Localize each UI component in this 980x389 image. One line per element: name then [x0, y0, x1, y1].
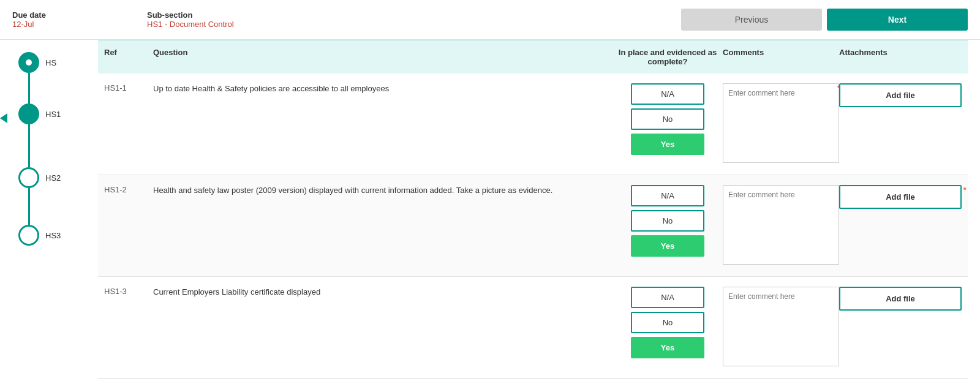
answer-btn-yes-2[interactable]: Yes [631, 337, 704, 358]
answer-btn-yes-0[interactable]: Yes [631, 134, 704, 155]
step-hs1[interactable]: HS1 [6, 104, 80, 124]
step-circle-hs [18, 52, 39, 73]
table-area: Ref Question In place and evidenced as c… [86, 40, 980, 389]
step-label-hs2: HS2 [45, 173, 61, 183]
row-attach-cell-0: Add file [839, 83, 962, 107]
due-date-section: Due date 12-Jul [12, 10, 123, 29]
step-label-hs1: HS1 [45, 110, 61, 119]
due-date-value: 12-Jul [12, 20, 123, 29]
row-attach-cell-2: Add file [839, 287, 962, 311]
step-circle-hs2 [18, 167, 39, 188]
stepper: HS HS1 HS2 [6, 52, 80, 246]
row-question-2: Current Employers Liability certificate … [153, 287, 612, 298]
page-header: Due date 12-Jul Sub-section HS1 - Docume… [0, 0, 980, 40]
row-answers-0: N/ANoYes [612, 83, 723, 155]
row-attach-cell-1: Add file* [839, 185, 962, 209]
row-ref-0: HS1-1 [104, 83, 153, 93]
add-file-button-1[interactable]: Add file [839, 185, 962, 209]
step-hs2[interactable]: HS2 [6, 167, 80, 188]
add-file-button-0[interactable]: Add file [839, 83, 962, 107]
step-label-hs3: HS3 [45, 231, 61, 240]
subsection-value: HS1 - Document Control [147, 20, 657, 29]
step-connector-1 [28, 73, 30, 104]
header-actions: Previous Next [681, 9, 968, 31]
row-question-1: Health and safety law poster (2009 versi… [153, 185, 612, 196]
comment-textarea-0[interactable] [723, 83, 839, 163]
row-comment-cell-2 [723, 287, 839, 368]
add-file-button-2[interactable]: Add file [839, 287, 962, 311]
step-connector-3 [28, 188, 30, 225]
step-circle-hs1 [18, 104, 39, 124]
col-header-ref: Ref [104, 48, 153, 66]
answer-btn-yes-1[interactable]: Yes [631, 235, 704, 257]
answer-btn-no-1[interactable]: No [631, 210, 704, 232]
table-header: Ref Question In place and evidenced as c… [98, 40, 968, 74]
table-row: HS1-2Health and safety law poster (2009 … [98, 175, 968, 277]
table-body: HS1-1Up to date Health & Safety policies… [98, 74, 968, 379]
row-question-0: Up to date Health & Safety policies are … [153, 83, 612, 94]
answer-btn-no-0[interactable]: No [631, 108, 704, 130]
due-date-label: Due date [12, 10, 123, 20]
answer-btn-no-2[interactable]: No [631, 312, 704, 333]
subsection-label: Sub-section [147, 10, 657, 20]
col-header-inplace: In place and evidenced as complete? [612, 48, 723, 66]
step-connector-2 [28, 124, 30, 167]
step-label-hs: HS [45, 58, 56, 67]
previous-button[interactable]: Previous [681, 9, 822, 31]
sidebar-stepper: HS HS1 HS2 [0, 40, 86, 389]
step-inner-dot-hs [26, 59, 32, 66]
answer-btn-n/a-2[interactable]: N/A [631, 287, 704, 308]
step-hs[interactable]: HS [6, 52, 80, 73]
row-ref-1: HS1-2 [104, 185, 153, 194]
answer-btn-n/a-0[interactable]: N/A [631, 83, 704, 105]
attach-required-star-1: * [963, 185, 967, 195]
row-answers-2: N/ANoYes [612, 287, 723, 358]
col-header-question: Question [153, 48, 612, 66]
main-content: HS HS1 HS2 [0, 40, 980, 389]
comment-textarea-2[interactable] [723, 287, 839, 366]
row-comment-cell-1 [723, 185, 839, 266]
col-header-comments: Comments [723, 48, 839, 66]
subsection-section: Sub-section HS1 - Document Control [147, 10, 657, 29]
row-comment-cell-0: * [723, 83, 839, 165]
table-row: HS1-3Current Employers Liability certifi… [98, 277, 968, 379]
step-hs3[interactable]: HS3 [6, 225, 80, 246]
table-row: HS1-1Up to date Health & Safety policies… [98, 74, 968, 175]
comment-textarea-1[interactable] [723, 185, 839, 265]
row-ref-2: HS1-3 [104, 287, 153, 296]
col-header-attachments: Attachments [839, 48, 962, 66]
step-circle-hs3 [18, 225, 39, 246]
row-answers-1: N/ANoYes [612, 185, 723, 257]
next-button[interactable]: Next [827, 9, 968, 31]
answer-btn-n/a-1[interactable]: N/A [631, 185, 704, 206]
